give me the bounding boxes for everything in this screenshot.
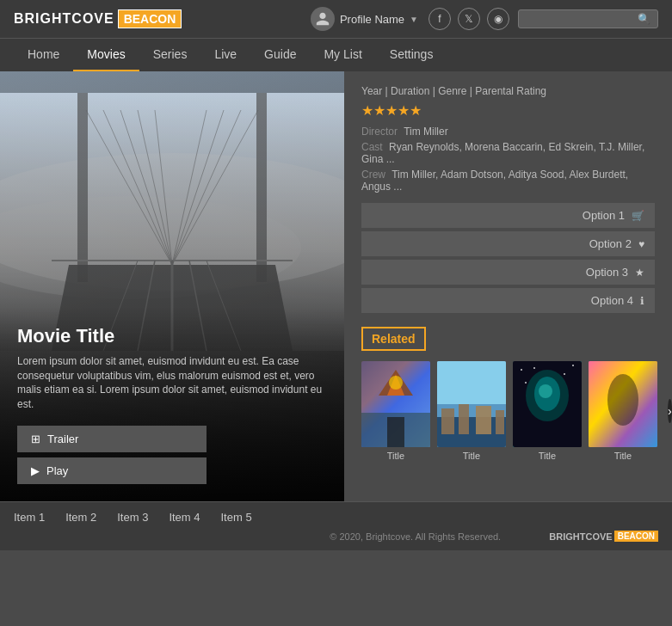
footer-item-5[interactable]: Item 5	[221, 511, 252, 524]
svg-rect-31	[441, 408, 454, 434]
crew-row: Crew Tim Miller, Adam Dotson, Aditya Soo…	[361, 169, 655, 193]
search-icon: 🔍	[638, 13, 650, 25]
header: BRIGHTCOVE BEACON Profile Name ▼ f 𝕏 ◉ 🔍	[0, 0, 672, 38]
related-title-1: Title	[387, 451, 404, 461]
related-section: Related	[361, 327, 655, 461]
option-4-label: Option 4	[591, 294, 633, 307]
svg-point-38	[539, 384, 552, 398]
twitter-icon[interactable]: 𝕏	[458, 8, 480, 30]
related-item-2[interactable]: Title	[437, 361, 506, 461]
footer-item-1[interactable]: Item 1	[14, 511, 45, 524]
hero-panel: Movie Title Lorem ipsum dolor sit amet, …	[0, 71, 344, 501]
play-button[interactable]: ▶ Play	[17, 457, 207, 484]
option-3-button[interactable]: Option 3 ★	[361, 260, 655, 285]
footer-nav: Item 1 Item 2 Item 3 Item 4 Item 5	[14, 511, 658, 524]
main-nav: Home Movies Series Live Guide My List Se…	[0, 38, 672, 71]
instagram-icon[interactable]: ◉	[487, 8, 509, 30]
nav-item-mylist[interactable]: My List	[310, 39, 375, 71]
option-2-button[interactable]: Option 2 ♥	[361, 231, 655, 256]
meta-line: Year | Duration | Genre | Parental Ratin…	[361, 85, 655, 97]
related-thumb-4	[589, 361, 657, 447]
related-title-2: Title	[463, 451, 480, 461]
footer-logo-text: BRIGHTCOVE	[549, 531, 612, 542]
search-input[interactable]	[526, 13, 638, 25]
social-search-area: f 𝕏 ◉ 🔍	[428, 8, 658, 30]
related-thumb-3	[513, 361, 582, 447]
info-icon: ℹ	[640, 295, 644, 307]
crew-value: Tim Miller, Adam Dotson, Aditya Sood, Al…	[361, 169, 628, 193]
profile-dropdown-arrow: ▼	[410, 15, 418, 24]
option-1-button[interactable]: Option 1 🛒	[361, 203, 655, 228]
footer-logo-badge: BEACON	[614, 531, 658, 542]
profile-name: Profile Name	[340, 13, 404, 26]
movie-title: Movie Title	[17, 325, 327, 347]
svg-rect-32	[459, 404, 469, 434]
director-row: Director Tim Miller	[361, 126, 655, 138]
thumb-image-1	[361, 361, 430, 447]
option-3-label: Option 3	[586, 266, 628, 279]
main-content: Movie Title Lorem ipsum dolor sit amet, …	[0, 71, 672, 501]
option-4-button[interactable]: Option 4 ℹ	[361, 288, 655, 313]
related-thumb-1	[361, 361, 430, 447]
footer-item-4[interactable]: Item 4	[169, 511, 200, 524]
svg-point-40	[533, 367, 535, 369]
trailer-icon: ⊞	[31, 433, 40, 445]
cast-value: Ryan Reynolds, Morena Baccarin, Ed Skrei…	[361, 141, 644, 165]
logo-beacon-text: BEACON	[118, 9, 182, 28]
svg-rect-27	[387, 417, 404, 447]
related-title-3: Title	[539, 451, 556, 461]
nav-item-settings[interactable]: Settings	[376, 39, 447, 71]
cast-label: Cast	[361, 141, 383, 153]
nav-item-movies[interactable]: Movies	[73, 39, 139, 71]
play-label: Play	[46, 464, 68, 477]
footer-item-3[interactable]: Item 3	[117, 511, 148, 524]
profile-icon	[311, 7, 335, 31]
logo-brightcove-text: BRIGHTCOVE	[14, 11, 114, 27]
svg-point-42	[572, 365, 574, 366]
related-item-1[interactable]: Title	[361, 361, 430, 461]
trailer-label: Trailer	[47, 433, 78, 445]
svg-rect-33	[476, 406, 491, 434]
option-2-label: Option 2	[589, 237, 632, 250]
play-icon: ▶	[31, 464, 40, 477]
cast-row: Cast Ryan Reynolds, Morena Baccarin, Ed …	[361, 141, 655, 165]
footer-item-2[interactable]: Item 2	[65, 511, 96, 524]
svg-point-41	[564, 373, 565, 375]
footer-logo: BRIGHTCOVE BEACON	[549, 531, 658, 542]
social-icons: f 𝕏 ◉	[428, 8, 509, 30]
related-item-4[interactable]: Title	[589, 361, 657, 461]
action-buttons: ⊞ Trailer ▶ Play	[17, 426, 327, 484]
thumb-image-2	[437, 361, 506, 447]
crew-label: Crew	[361, 169, 385, 181]
trailer-button[interactable]: ⊞ Trailer	[17, 426, 207, 452]
svg-point-39	[521, 369, 522, 371]
profile-area[interactable]: Profile Name ▼	[311, 7, 418, 31]
heart-icon: ♥	[638, 238, 644, 250]
related-thumb-2	[437, 361, 506, 447]
related-title-4: Title	[614, 451, 632, 461]
svg-point-43	[525, 382, 527, 384]
director-value: Tim Miller	[404, 126, 448, 138]
logo: BRIGHTCOVE BEACON	[14, 9, 182, 28]
option-1-label: Option 1	[583, 209, 625, 222]
footer-copyright: © 2020, Brightcove. All Rights Reserved.	[281, 531, 549, 542]
thumb-image-3	[513, 361, 582, 447]
svg-point-26	[389, 376, 403, 390]
nav-item-live[interactable]: Live	[200, 39, 250, 71]
nav-item-guide[interactable]: Guide	[250, 39, 310, 71]
related-grid: Title	[361, 361, 655, 461]
search-bar[interactable]: 🔍	[518, 9, 658, 28]
related-header: Related	[361, 327, 426, 351]
details-panel: Year | Duration | Genre | Parental Ratin…	[344, 71, 672, 501]
thumb-image-4	[589, 361, 657, 447]
cart-icon: 🛒	[632, 210, 644, 222]
facebook-icon[interactable]: f	[428, 8, 451, 30]
movie-description: Lorem ipsum dolor sit amet, euismod invi…	[17, 354, 327, 412]
related-item-3[interactable]: Title	[513, 361, 582, 461]
hero-overlay: Movie Title Lorem ipsum dolor sit amet, …	[0, 308, 344, 501]
nav-item-series[interactable]: Series	[139, 39, 201, 71]
star-icon: ★	[635, 267, 644, 279]
nav-item-home[interactable]: Home	[14, 39, 73, 71]
related-next-button[interactable]: ›	[668, 399, 672, 423]
footer-bottom: © 2020, Brightcove. All Rights Reserved.…	[14, 531, 658, 542]
